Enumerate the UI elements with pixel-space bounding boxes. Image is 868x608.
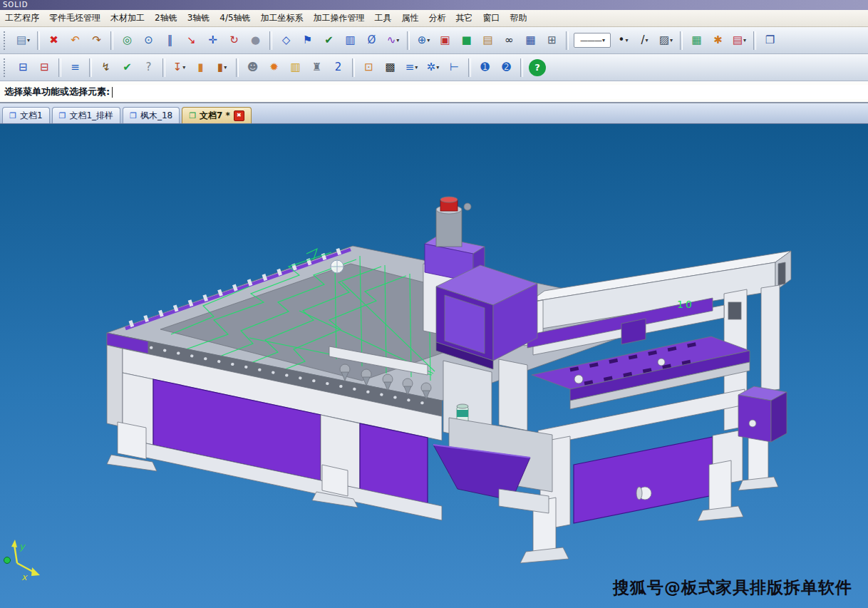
- iso-view-icon[interactable]: ◎: [117, 30, 138, 51]
- menu-item[interactable]: 属性: [397, 10, 424, 26]
- menu-item[interactable]: 窗口: [478, 10, 505, 26]
- simulation-stripes-icon[interactable]: ▩: [380, 57, 401, 78]
- tabbar: ❐文档1❐文档1_排样❐枫木_18❐文档7 *✖: [0, 103, 868, 124]
- dropdown-arrow-icon[interactable]: ▾: [602, 38, 604, 43]
- dropdown-arrow-icon[interactable]: ▾: [427, 38, 430, 43]
- dropdown-arrow-icon[interactable]: ▾: [670, 38, 673, 43]
- dropdown-arrow-icon[interactable]: ▾: [646, 38, 649, 43]
- menu-item[interactable]: 零件毛坯管理: [44, 10, 105, 26]
- document-tab[interactable]: ❐文档7 *✖: [182, 107, 252, 123]
- fit-view-icon[interactable]: ⊙: [138, 30, 159, 51]
- mask-display-icon[interactable]: ☻: [242, 57, 263, 78]
- filter-columns-icon[interactable]: ▥: [340, 30, 361, 51]
- help-icon[interactable]: ?: [529, 59, 546, 76]
- document-tab[interactable]: ❐枫木_18: [123, 107, 180, 123]
- document-tab[interactable]: ❐文档1_排样: [52, 107, 121, 123]
- dropdown-arrow-icon[interactable]: ▾: [224, 65, 227, 71]
- dropdown-arrow-icon[interactable]: ▾: [27, 38, 30, 43]
- dropdown-arrow-icon[interactable]: ▾: [182, 65, 185, 71]
- menu-item[interactable]: 2轴铣: [150, 10, 182, 26]
- iso-view-glyph: ◎: [123, 35, 132, 46]
- balloon-2-icon[interactable]: ➋: [496, 57, 517, 78]
- output-device-icon[interactable]: ▤▾: [13, 30, 33, 51]
- operation-tree-glyph: ⊢: [450, 62, 459, 73]
- operation-tree-icon[interactable]: ⊢: [444, 57, 465, 78]
- menu-item[interactable]: 工艺程序: [0, 10, 44, 26]
- menu-item[interactable]: 帮助: [505, 10, 532, 26]
- prompt-input[interactable]: [114, 85, 868, 99]
- stock-box-icon[interactable]: ■: [456, 30, 477, 51]
- confirm-operation-icon[interactable]: ✔: [117, 57, 138, 78]
- menu-item[interactable]: 3轴铣: [182, 10, 215, 26]
- point-style-picker-icon[interactable]: •▾: [613, 30, 634, 51]
- process-settings-icon[interactable]: ✲▾: [423, 57, 443, 78]
- print-icon[interactable]: ⊞: [542, 30, 562, 51]
- capture-view-icon[interactable]: ▦: [520, 30, 541, 51]
- diameter-measure-icon[interactable]: Ø: [361, 30, 382, 51]
- pick-arrow-icon[interactable]: ↘: [181, 30, 202, 51]
- dropdown-arrow-icon[interactable]: ▾: [396, 38, 399, 43]
- stock-edit-icon[interactable]: ▮▾: [212, 57, 232, 78]
- zoom-in-icon[interactable]: ⊕▾: [413, 30, 434, 51]
- fixture-setup-icon[interactable]: ▥: [285, 57, 306, 78]
- machine-right-beam-unit[interactable]: [499, 251, 791, 563]
- document-tab[interactable]: ❐文档1: [2, 107, 50, 123]
- dropdown-arrow-icon[interactable]: ▾: [436, 65, 439, 71]
- rotate-view-icon[interactable]: ↻: [224, 30, 244, 51]
- post-process-icon[interactable]: ⊟: [13, 57, 33, 78]
- new-window-icon[interactable]: ❐: [760, 30, 780, 51]
- dust-chute[interactable]: [433, 418, 552, 513]
- hatch-style-picker-icon[interactable]: ▨▾: [656, 30, 676, 51]
- stock-outline-icon[interactable]: ⊡: [358, 57, 379, 78]
- balloon-1-icon[interactable]: ➊: [475, 57, 495, 78]
- window-title: SOLID: [3, 1, 28, 9]
- toolbar-grip[interactable]: [4, 31, 9, 50]
- shaded-sphere-icon[interactable]: ●: [245, 30, 266, 51]
- stock-define-icon[interactable]: ▮: [190, 57, 211, 78]
- undo-icon[interactable]: ↶: [65, 30, 86, 51]
- menu-item[interactable]: 分析: [424, 10, 451, 26]
- delete-icon[interactable]: ✖: [43, 30, 64, 51]
- explode-view-icon[interactable]: ✹: [264, 57, 284, 78]
- reading-glasses-glyph: ∞: [505, 35, 514, 46]
- line-weight-picker-icon[interactable]: /▾: [634, 30, 655, 51]
- menu-item[interactable]: 加工操作管理: [309, 10, 370, 26]
- viewport-3d[interactable]: 10 y x 搜狐号@板式家具排版拆单软件: [0, 124, 868, 608]
- menu-item[interactable]: 加工坐标系: [256, 10, 309, 26]
- close-tab-icon[interactable]: ✖: [234, 110, 244, 121]
- nc-output-icon[interactable]: ⊟: [34, 57, 55, 78]
- overlay-compare-icon[interactable]: ▣: [435, 30, 455, 51]
- menu-item[interactable]: 木材加工: [105, 10, 150, 26]
- menu-item[interactable]: 4/5轴铣: [215, 10, 255, 26]
- menu-item[interactable]: 其它: [451, 10, 478, 26]
- process-table-icon[interactable]: ▦: [686, 30, 707, 51]
- fixture-setup-glyph: ▥: [290, 62, 300, 73]
- query-help-icon[interactable]: ?: [138, 57, 159, 78]
- clipboard-notes-icon[interactable]: ▤: [477, 30, 498, 51]
- reading-glasses-icon[interactable]: ∞: [499, 30, 520, 51]
- window-titlebar[interactable]: SOLID: [0, 0, 868, 10]
- dimension-icon[interactable]: ◇: [276, 30, 296, 51]
- document-icon: ❐: [189, 111, 196, 120]
- structure-tree-icon[interactable]: ≡: [65, 57, 86, 78]
- report-output-icon[interactable]: ▤▾: [729, 30, 750, 51]
- flag-note-icon[interactable]: ⚑: [297, 30, 318, 51]
- two-axis-mode-icon[interactable]: 2: [328, 57, 348, 78]
- dropdown-arrow-icon[interactable]: ▾: [625, 38, 628, 43]
- operation-list-icon[interactable]: ≡▾: [401, 57, 422, 78]
- probe-tool-icon[interactable]: ↧▾: [169, 57, 190, 78]
- verify-check-icon[interactable]: ✔: [319, 30, 339, 51]
- dropdown-arrow-icon[interactable]: ▾: [415, 65, 418, 71]
- measure-gauge-icon[interactable]: ‖: [160, 30, 180, 51]
- jog-control-icon[interactable]: ↯: [95, 57, 116, 78]
- line-style-picker-icon[interactable]: ———▾: [574, 33, 611, 48]
- pan-move-icon[interactable]: ✛: [202, 30, 223, 51]
- curve-editor-icon[interactable]: ∿▾: [383, 30, 403, 51]
- toolbar-grip[interactable]: [4, 58, 9, 77]
- dropdown-arrow-icon[interactable]: ▾: [743, 38, 746, 43]
- redo-icon[interactable]: ↷: [86, 30, 107, 51]
- tool-tower-icon[interactable]: ♜: [306, 57, 327, 78]
- machining-params-icon[interactable]: ✱: [708, 30, 728, 51]
- cnc-machine-model[interactable]: [107, 197, 791, 563]
- menu-item[interactable]: 工具: [370, 10, 397, 26]
